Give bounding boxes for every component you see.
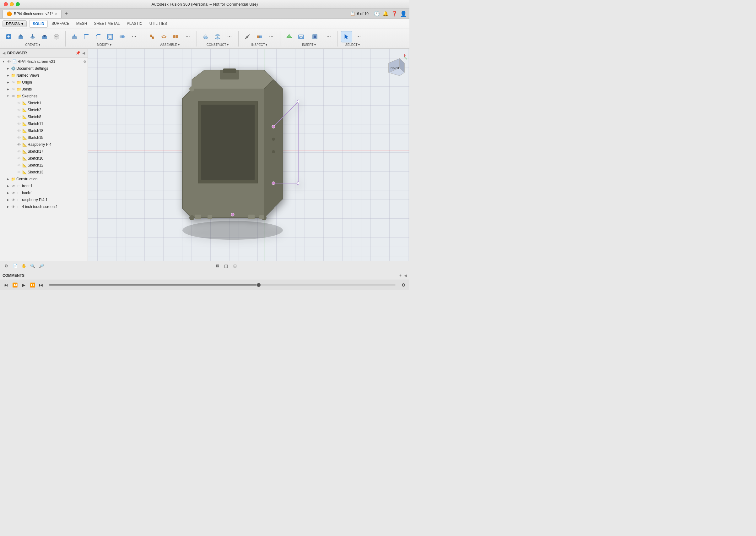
- display-settings-button[interactable]: ⚙: [3, 262, 10, 270]
- contact-button[interactable]: [170, 31, 181, 43]
- browser-collapse-icon[interactable]: ◀: [82, 51, 85, 55]
- more-modify-button[interactable]: ⋯: [128, 31, 140, 43]
- select-button[interactable]: [341, 31, 352, 43]
- press-pull-button[interactable]: [69, 31, 80, 43]
- tree-item-joints[interactable]: ▶ 👁 📁 Joints: [0, 86, 88, 93]
- rpi41-eye-icon[interactable]: 👁: [11, 197, 16, 202]
- revolve-button[interactable]: [27, 31, 38, 43]
- tab-surface[interactable]: SURFACE: [48, 20, 73, 28]
- avatar-icon[interactable]: 👤: [400, 10, 407, 17]
- sketch10-eye-icon[interactable]: 👁: [16, 156, 21, 161]
- maximize-button[interactable]: [16, 2, 20, 6]
- insert-mesh-button[interactable]: [284, 31, 295, 43]
- timeline-track[interactable]: [49, 285, 395, 285]
- browser-pin-icon[interactable]: 📌: [76, 51, 80, 55]
- tree-item-construction[interactable]: ▶ 📁 Construction: [0, 176, 88, 183]
- view-mode-button[interactable]: 🖥: [213, 262, 221, 270]
- fillet-button[interactable]: [81, 31, 92, 43]
- tree-item-sketch10[interactable]: 👁 📐 Sketch10: [0, 155, 88, 162]
- ts1-eye-icon[interactable]: 👁: [11, 204, 16, 209]
- more-assemble-button[interactable]: ⋯: [182, 31, 193, 43]
- sketch1-eye-icon[interactable]: 👁: [16, 101, 21, 106]
- settings-playback-button[interactable]: ⚙: [400, 282, 407, 288]
- rpi4-eye-icon[interactable]: 👁: [16, 142, 21, 147]
- browser-back-icon[interactable]: ◀: [3, 51, 5, 55]
- more-inspect-button[interactable]: ⋯: [266, 31, 277, 43]
- prev-frame-button[interactable]: ⏪: [11, 282, 18, 288]
- tree-item-sketches[interactable]: ▼ 👁 📁 Sketches: [0, 93, 88, 100]
- origin-eye-icon[interactable]: 👁: [11, 80, 16, 85]
- tree-item-sketch18[interactable]: 👁 📐 Sketch18: [0, 127, 88, 134]
- more-construct-button[interactable]: ⋯: [224, 31, 235, 43]
- sketch12-eye-icon[interactable]: 👁: [16, 163, 21, 168]
- pan-button[interactable]: ✋: [20, 262, 28, 270]
- tree-item-rpi4-1[interactable]: ▶ 👁 □ raspberry Pi4:1: [0, 196, 88, 203]
- close-button[interactable]: [4, 2, 8, 6]
- more-select-button[interactable]: ⋯: [353, 31, 364, 43]
- back1-eye-icon[interactable]: 👁: [11, 190, 16, 195]
- tree-item-sketch1[interactable]: 👁 📐 Sketch1: [0, 100, 88, 107]
- zoom-button[interactable]: 🔍: [29, 262, 36, 270]
- sketch17-eye-icon[interactable]: 👁: [16, 149, 21, 154]
- interference-button[interactable]: [254, 31, 265, 43]
- tab-solid[interactable]: SOLID: [29, 20, 48, 28]
- tree-item-sketch2[interactable]: 👁 📐 Sketch2: [0, 107, 88, 114]
- sketch2-eye-icon[interactable]: 👁: [16, 108, 21, 113]
- skip-forward-button[interactable]: ⏭: [38, 282, 45, 288]
- hole-button[interactable]: [39, 31, 50, 43]
- sketch15-eye-icon[interactable]: 👁: [16, 135, 21, 140]
- extrude-button[interactable]: [15, 31, 26, 43]
- chamfer-button[interactable]: [93, 31, 104, 43]
- new-component-button[interactable]: [3, 31, 15, 43]
- tree-item-named-views[interactable]: ▶ 📁 Named Views: [0, 72, 88, 79]
- sketch8-eye-icon[interactable]: 👁: [16, 115, 21, 119]
- tree-item-sketch15[interactable]: 👁 📐 Sketch15: [0, 134, 88, 141]
- tree-item-sketch12[interactable]: 👁 📐 Sketch12: [0, 162, 88, 169]
- clock-icon[interactable]: 🕐: [374, 11, 380, 17]
- insert-svg-button[interactable]: SVG: [296, 31, 307, 43]
- tree-item-origin[interactable]: ▶ 👁 📁 Origin: [0, 79, 88, 86]
- decal-button[interactable]: [307, 31, 323, 43]
- sketch13-eye-icon[interactable]: 👁: [16, 170, 21, 175]
- tab-mesh[interactable]: MESH: [73, 20, 90, 28]
- joint-button[interactable]: [146, 31, 158, 43]
- view-cube[interactable]: RIGHT Z: [382, 54, 404, 76]
- comments-collapse-icon[interactable]: ◀: [404, 273, 407, 278]
- more-create-button[interactable]: ⋯: [51, 31, 62, 43]
- minimize-button[interactable]: [10, 2, 14, 6]
- tree-item-front1[interactable]: ▶ 👁 □ front:1: [0, 183, 88, 189]
- tree-item-raspberry-pi4[interactable]: 👁 📐 Raspberry Pi4: [0, 141, 88, 148]
- tree-root[interactable]: ▼ 👁 📄 RPi4 4inch screen v21 ⚙: [0, 58, 88, 65]
- zoom-window-button[interactable]: 🔎: [38, 262, 45, 270]
- measure-button[interactable]: [242, 31, 253, 43]
- tab-close-button[interactable]: ✕: [55, 12, 57, 16]
- tree-item-sketch11[interactable]: 👁 📐 Sketch11: [0, 120, 88, 127]
- midplane-button[interactable]: [212, 31, 223, 43]
- joints-eye-icon[interactable]: 👁: [11, 87, 16, 92]
- timeline-handle[interactable]: [257, 283, 261, 287]
- sketch18-eye-icon[interactable]: 👁: [16, 128, 21, 133]
- next-frame-button[interactable]: ⏩: [29, 282, 36, 288]
- design-mode-button[interactable]: DESIGN ▾: [3, 20, 27, 27]
- motion-button[interactable]: [158, 31, 170, 43]
- skip-back-button[interactable]: ⏮: [3, 282, 10, 288]
- play-button[interactable]: ▶: [20, 282, 27, 288]
- root-eye-icon[interactable]: 👁: [6, 59, 11, 64]
- root-settings-icon[interactable]: ⚙: [83, 60, 86, 64]
- front1-eye-icon[interactable]: 👁: [11, 184, 16, 188]
- more-insert-button[interactable]: ⋯: [323, 31, 334, 43]
- document-tab[interactable]: 🟠 RPi4 4inch screen v21* ✕: [3, 10, 62, 18]
- new-tab-button[interactable]: +: [63, 10, 70, 17]
- tab-sheet-metal[interactable]: SHEET METAL: [91, 20, 123, 28]
- combine-button[interactable]: [116, 31, 128, 43]
- window-controls[interactable]: [4, 2, 20, 6]
- comments-add-icon[interactable]: +: [399, 273, 401, 278]
- offset-plane-button[interactable]: [200, 31, 211, 43]
- tab-plastic[interactable]: PLASTIC: [124, 20, 146, 28]
- help-icon[interactable]: ❓: [391, 11, 397, 17]
- tree-item-sketch17[interactable]: 👁 📐 Sketch17: [0, 148, 88, 155]
- viewport[interactable]: RIGHT Z: [88, 49, 409, 261]
- sketches-eye-icon[interactable]: 👁: [11, 94, 16, 99]
- tree-item-back1[interactable]: ▶ 👁 □ back:1: [0, 189, 88, 196]
- display-mode-button[interactable]: ◫: [222, 262, 230, 270]
